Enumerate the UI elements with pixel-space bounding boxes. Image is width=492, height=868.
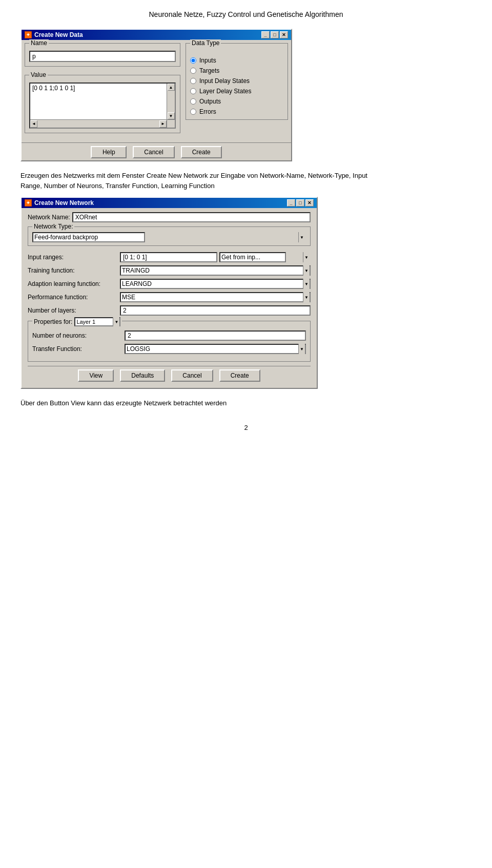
maximize-button2[interactable]: □	[296, 199, 304, 206]
radio-errors[interactable]: Errors	[190, 108, 283, 115]
performance-fn-wrapper: MSE	[120, 292, 311, 302]
input-ranges-btn-wrapper: Get from inp...	[219, 252, 311, 262]
dialog1-button-row: Help Cancel Create	[22, 142, 291, 160]
dialog1-titlebar: ✦ Create New Data _ □ ✕	[22, 30, 291, 40]
adaption-fn-select[interactable]: LEARNGD	[120, 279, 311, 289]
transfer-fn-label: Transfer Function:	[32, 345, 125, 353]
radio-outputs-btn[interactable]	[190, 98, 196, 105]
radio-input-delay-states[interactable]: Input Delay States	[190, 77, 283, 85]
form-rows: Input ranges: Get from inp... Training f…	[28, 250, 311, 321]
adaption-fn-wrapper: LEARNGD	[120, 279, 311, 289]
titlebar-left: ✦ Create New Data	[25, 31, 83, 38]
maximize-button[interactable]: □	[271, 31, 279, 38]
properties-layer-select[interactable]: Layer 1	[74, 317, 120, 326]
minimize-button[interactable]: _	[261, 31, 270, 38]
radio-outputs-label: Outputs	[199, 98, 221, 105]
radio-layer-delay-label: Layer Delay States	[199, 88, 251, 95]
input-ranges-input[interactable]	[120, 252, 217, 262]
input-ranges-controls: Get from inp...	[120, 252, 311, 262]
num-layers-input[interactable]	[120, 305, 311, 316]
num-layers-label: Number of layers:	[28, 307, 120, 314]
horizontal-scrollbar[interactable]: ◄ ►	[30, 119, 167, 128]
radio-input-delay-label: Input Delay States	[199, 77, 250, 85]
close-button2[interactable]: ✕	[305, 199, 314, 206]
transfer-fn-wrapper: LOGSIG	[125, 344, 306, 354]
num-neurons-input[interactable]	[125, 330, 306, 341]
close-button[interactable]: ✕	[280, 31, 288, 38]
network-name-input[interactable]	[72, 212, 311, 222]
minimize-button2[interactable]: _	[287, 199, 295, 206]
name-label: Name	[29, 39, 49, 47]
page-number: 2	[20, 424, 471, 431]
value-label: Value	[29, 71, 48, 78]
cancel-button2[interactable]: Cancel	[171, 369, 213, 382]
radio-targets-label: Targets	[199, 67, 219, 74]
dialog2-icon: ✦	[25, 199, 32, 206]
training-fn-row: Training function: TRAINGD	[28, 265, 311, 276]
radio-layer-delay-btn[interactable]	[190, 88, 196, 94]
dialog2-button-row: View Defaults Cancel Create	[28, 366, 311, 384]
cancel-button[interactable]: Cancel	[133, 146, 174, 158]
input-ranges-select[interactable]: Get from inp...	[219, 252, 286, 262]
radio-errors-label: Errors	[199, 108, 216, 115]
scroll-right-btn[interactable]: ►	[159, 120, 167, 128]
scroll-up-btn[interactable]: ▲	[168, 84, 175, 91]
radio-group: Inputs Targets Input Delay States Layer …	[190, 51, 283, 115]
network-type-select-wrapper: Feed-forward backprop	[32, 232, 306, 242]
value-content: [0 0 1 1;0 1 0 1]	[30, 84, 175, 93]
radio-inputs-btn[interactable]	[190, 57, 196, 64]
performance-fn-select[interactable]: MSE	[120, 292, 311, 302]
radio-inputs[interactable]: Inputs	[190, 57, 283, 64]
training-fn-select[interactable]: TRAINGD	[120, 265, 311, 276]
create-button[interactable]: Create	[181, 146, 222, 158]
create-button2[interactable]: Create	[219, 369, 260, 382]
description2: Über den Button View kann das erzeugte N…	[20, 398, 379, 408]
view-button[interactable]: View	[78, 369, 114, 382]
radio-errors-btn[interactable]	[190, 109, 196, 115]
name-input[interactable]	[29, 51, 176, 62]
data-type-label: Data Type	[190, 39, 221, 47]
value-box: [0 0 1 1;0 1 0 1] ▲ ▼ ◄ ►	[29, 82, 176, 129]
radio-outputs[interactable]: Outputs	[190, 98, 283, 105]
dialog1-title: Create New Data	[34, 31, 83, 38]
training-fn-wrapper: TRAINGD	[120, 265, 311, 276]
input-ranges-label: Input ranges:	[28, 254, 120, 261]
radio-targets-btn[interactable]	[190, 68, 196, 74]
defaults-button[interactable]: Defaults	[120, 369, 165, 382]
properties-legend: Properties for: Layer 1	[32, 317, 122, 326]
titlebar-buttons: _ □ ✕	[261, 31, 288, 38]
network-name-row: Network Name:	[28, 212, 311, 222]
dialog1-content: Name Value [0 0 1 1;0 1 0 1] ▲ ▼ ◄ ►	[22, 40, 291, 140]
radio-inputs-label: Inputs	[199, 57, 216, 64]
properties-group: Properties for: Layer 1 Number of neuron…	[28, 321, 311, 362]
name-group: Name	[25, 43, 180, 67]
num-layers-row: Number of layers:	[28, 305, 311, 316]
radio-targets[interactable]: Targets	[190, 67, 283, 74]
scroll-left-btn[interactable]: ◄	[30, 120, 37, 128]
network-type-group: Network Type: Feed-forward backprop	[28, 226, 311, 246]
network-type-select[interactable]: Feed-forward backprop	[32, 232, 145, 242]
dialog1-icon: ✦	[25, 31, 32, 38]
network-form: Network Name: Network Type: Feed-forward…	[22, 208, 317, 388]
adaption-fn-row: Adaption learning function: LEARNGD	[28, 279, 311, 289]
input-ranges-row: Input ranges: Get from inp...	[28, 252, 311, 262]
help-button[interactable]: Help	[91, 146, 127, 158]
scroll-down-btn[interactable]: ▼	[168, 112, 175, 119]
dialog2-titlebar: ✦ Create New Network _ □ ✕	[22, 198, 317, 208]
network-type-legend: Network Type:	[32, 223, 74, 230]
value-group: Value [0 0 1 1;0 1 0 1] ▲ ▼ ◄ ►	[25, 75, 180, 133]
training-fn-label: Training function:	[28, 267, 120, 274]
radio-layer-delay-states[interactable]: Layer Delay States	[190, 88, 283, 95]
dialog2-title: Create New Network	[34, 199, 94, 206]
vertical-scrollbar[interactable]: ▲ ▼	[167, 84, 175, 119]
right-section: Data Type Inputs Targets Input Delay Sta…	[186, 43, 288, 137]
data-type-group: Data Type Inputs Targets Input Delay Sta…	[186, 43, 288, 120]
radio-input-delay-btn[interactable]	[190, 78, 196, 84]
titlebar2-left: ✦ Create New Network	[25, 199, 94, 206]
transfer-fn-row: Transfer Function: LOGSIG	[32, 344, 306, 354]
titlebar2-buttons: _ □ ✕	[287, 199, 314, 206]
left-section: Name Value [0 0 1 1;0 1 0 1] ▲ ▼ ◄ ►	[25, 43, 180, 137]
transfer-fn-select[interactable]: LOGSIG	[125, 344, 306, 354]
scrollbar-corner	[167, 119, 175, 128]
create-new-network-dialog: ✦ Create New Network _ □ ✕ Network Name:…	[20, 197, 318, 389]
